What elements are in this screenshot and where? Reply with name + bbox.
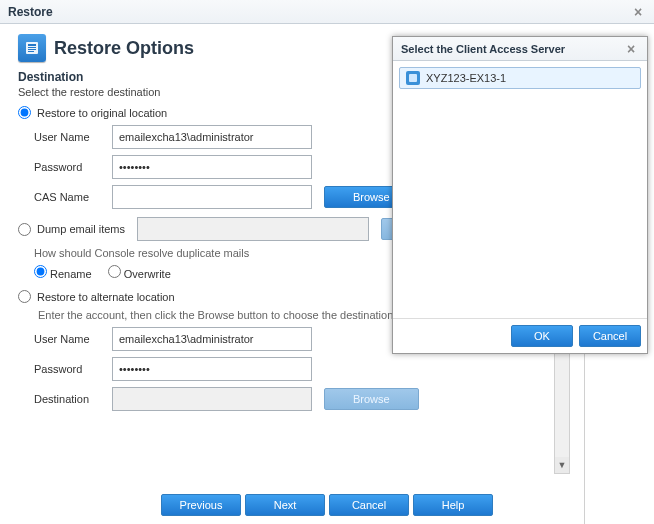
orig-password-label: Password [34, 161, 112, 173]
cas-label: CAS Name [34, 191, 112, 203]
alt-dest-label: Destination [34, 393, 112, 405]
scroll-down-icon[interactable]: ▼ [555, 457, 569, 473]
window-titlebar: Restore × [0, 0, 654, 24]
cas-server-name: XYZ123-EX13-1 [426, 72, 506, 84]
overwrite-option[interactable]: Overwrite [108, 265, 171, 280]
alt-dest-row: Destination Browse [34, 387, 636, 411]
alt-password-label: Password [34, 363, 112, 375]
popup-title: Select the Client Access Server [401, 43, 565, 55]
wizard-footer: Previous Next Cancel Help [0, 494, 654, 516]
cas-server-item[interactable]: XYZ123-EX13-1 [399, 67, 641, 89]
popup-close-icon[interactable]: × [623, 41, 639, 57]
server-icon [406, 71, 420, 85]
popup-ok-button[interactable]: OK [511, 325, 573, 347]
help-button[interactable]: Help [413, 494, 493, 516]
rename-label: Rename [50, 268, 92, 280]
rename-option[interactable]: Rename [34, 265, 92, 280]
orig-password-input[interactable] [112, 155, 312, 179]
orig-username-input[interactable] [112, 125, 312, 149]
cancel-button[interactable]: Cancel [329, 494, 409, 516]
alt-browse-button[interactable]: Browse [324, 388, 419, 410]
svg-rect-1 [28, 44, 36, 46]
svg-rect-3 [28, 49, 36, 50]
restore-original-radio[interactable] [18, 106, 31, 119]
alt-dest-input[interactable] [112, 387, 312, 411]
cas-input[interactable] [112, 185, 312, 209]
dump-label: Dump email items [37, 223, 125, 235]
overwrite-label: Overwrite [124, 268, 171, 280]
dump-path-input[interactable] [137, 217, 369, 241]
alt-username-label: User Name [34, 333, 112, 345]
dump-radio[interactable] [18, 223, 31, 236]
popup-body: XYZ123-EX13-1 [393, 61, 647, 318]
alt-username-input[interactable] [112, 327, 312, 351]
svg-rect-2 [28, 47, 36, 48]
restore-icon [18, 34, 46, 62]
next-button[interactable]: Next [245, 494, 325, 516]
previous-button[interactable]: Previous [161, 494, 241, 516]
restore-alt-label: Restore to alternate location [37, 291, 175, 303]
popup-footer: OK Cancel [393, 318, 647, 353]
restore-alt-radio[interactable] [18, 290, 31, 303]
alt-password-input[interactable] [112, 357, 312, 381]
popup-titlebar: Select the Client Access Server × [393, 37, 647, 61]
cas-popup: Select the Client Access Server × XYZ123… [392, 36, 648, 354]
restore-original-label: Restore to original location [37, 107, 167, 119]
popup-cancel-button[interactable]: Cancel [579, 325, 641, 347]
orig-username-label: User Name [34, 131, 112, 143]
overwrite-radio[interactable] [108, 265, 121, 278]
rename-radio[interactable] [34, 265, 47, 278]
svg-rect-4 [28, 51, 34, 52]
alt-password-row: Password [34, 357, 636, 381]
page-title: Restore Options [54, 38, 194, 59]
close-icon[interactable]: × [630, 4, 646, 20]
window-title: Restore [8, 5, 53, 19]
